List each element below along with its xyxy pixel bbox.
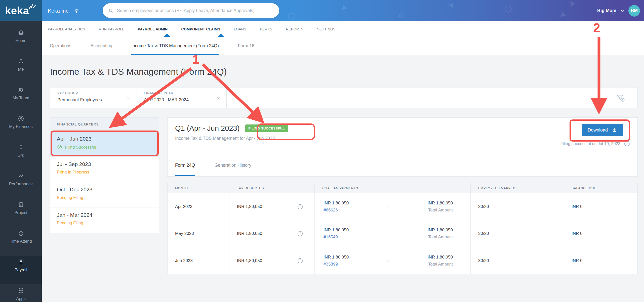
detail-tab-form-24q[interactable]: Form 24Q <box>175 154 195 176</box>
company-switcher[interactable]: Keka Inc. <box>48 8 79 14</box>
keka-logo[interactable]: keka <box>0 0 42 21</box>
tab-reports[interactable]: REPORTS <box>286 27 303 31</box>
challan-total-block: INR 1,80,050Total Amount <box>428 201 453 213</box>
filter-financial-year[interactable]: FINANCIAL YEARAPR 2023 - MAR 2024 <box>137 88 227 108</box>
module-tabs: PAYROLL ANALYTICSRUN PAYROLLPAYROLL ADMI… <box>42 21 644 37</box>
quarter-label: Oct - Dec 2023 <box>57 187 159 193</box>
quarter-item-apr-jun-2023[interactable]: Apr - Jun 2023Filing Successful <box>50 131 159 157</box>
tab-payroll-analytics[interactable]: PAYROLL ANALYTICS <box>48 27 85 31</box>
subtab-form-16[interactable]: Form 16 <box>238 37 254 55</box>
tab-payroll-admin[interactable]: PAYROLL ADMIN <box>138 27 168 31</box>
cell-month: Apr 2023 <box>168 193 229 220</box>
quarter-status: Pending Filing <box>57 195 159 200</box>
avatar[interactable]: BM <box>628 5 640 17</box>
total-amount: INR 1,80,050 <box>428 228 453 233</box>
table-body: Apr 2023INR 1,80,050INR 1,80,050#66626=I… <box>168 193 637 274</box>
total-amount: INR 1,80,050 <box>428 201 453 206</box>
equals-sign: = <box>387 258 389 263</box>
gear-icon[interactable] <box>74 8 79 14</box>
quarter-label: Jul - Sep 2023 <box>57 161 159 167</box>
download-button[interactable]: Download <box>582 124 623 136</box>
subtab-accounting[interactable]: Accounting <box>91 37 112 55</box>
subtab-income-tax-tds-management-form-24q[interactable]: Income Tax & TDS Management (Form 24Q) <box>131 37 219 55</box>
sidebar-item-my-finances[interactable]: My Finances <box>0 112 42 141</box>
quarter-item-jul-sep-2023[interactable]: Jul - Sep 2023Filing In Progress <box>50 157 159 182</box>
company-name: Keka Inc. <box>48 8 70 14</box>
tax-deducted-value: INR 1,80,050 <box>237 231 262 236</box>
challan-amount: INR 1,80,050 <box>324 255 349 260</box>
info-icon[interactable] <box>297 203 303 210</box>
topbar-doodle <box>449 1 456 8</box>
filter-bar: PAY GROUPPermenant EmployeesFINANCIAL YE… <box>50 87 638 108</box>
tab-settings[interactable]: SETTINGS <box>317 27 336 31</box>
sidebar-item-apps[interactable]: Apps <box>0 284 42 302</box>
logo-spark-icon <box>28 4 37 11</box>
cell-tax-deducted: INR 1,80,050 <box>229 247 315 274</box>
info-icon[interactable] <box>297 230 303 237</box>
quarter-item-jan-mar-2024[interactable]: Jan - Mar 2024Pending Filing <box>50 207 159 233</box>
quarter-item-oct-dec-2023[interactable]: Oct - Dec 2023Pending Filing <box>50 182 159 207</box>
subtab-operations[interactable]: Operations <box>50 37 71 55</box>
challan-link[interactable]: #66626 <box>324 208 349 213</box>
challan-link[interactable]: #16549 <box>324 235 349 240</box>
cell-employees-mapped: 30/20 <box>471 247 564 274</box>
challan-amount-block: INR 1,80,050#66626 <box>324 201 349 213</box>
cell-challan-payments: INR 1,80,050#66626=INR 1,80,050Total Amo… <box>315 193 471 220</box>
trend-icon <box>18 172 24 179</box>
challan-total-block: INR 1,80,050Total Amount <box>428 255 453 267</box>
search-input[interactable] <box>117 8 279 13</box>
challan-total-block: INR 1,80,050Total Amount <box>428 228 453 240</box>
sidebar-item-home[interactable]: Home <box>0 26 42 55</box>
sidebar-item-label: Home <box>15 38 26 43</box>
sidebar-item-my-team[interactable]: My Team <box>0 84 42 112</box>
filter-pay-group[interactable]: PAY GROUPPermenant Employees <box>50 88 137 108</box>
chevron-down-icon <box>127 96 131 100</box>
section-tabs: OperationsAccountingIncome Tax & TDS Man… <box>42 37 644 55</box>
sidebar-item-label: Org <box>17 153 24 158</box>
sidebar-item-org[interactable]: Org <box>0 141 42 170</box>
quarter-status: Filing Successful <box>57 144 159 150</box>
info-icon[interactable] <box>297 257 303 264</box>
topbar: Keka Inc. Big Mom BM <box>42 0 644 21</box>
sidebar-item-label: My Team <box>13 96 29 100</box>
detail-tab-generation-history[interactable]: Generation History <box>215 154 251 176</box>
quarter-detail-card: Q1 (Apr - Jun 2023) FILING SUCCESSFUL In… <box>167 117 638 177</box>
sidebar-item-time-attend[interactable]: Time Attend <box>0 227 42 256</box>
sidebar-item-performance[interactable]: Performance <box>0 170 42 198</box>
tax-deducted-value: INR 1,80,050 <box>237 204 262 209</box>
tab-component-claims[interactable]: COMPONENT CLAIMS <box>181 27 220 31</box>
quarter-label: Jan - Mar 2024 <box>57 212 159 218</box>
quarter-status-text: Filing Successful <box>65 145 96 150</box>
detail-tabs: Form 24QGeneration History <box>168 154 637 176</box>
user-menu[interactable]: Big Mom BM <box>597 0 640 21</box>
chevron-down-icon <box>620 9 624 13</box>
cell-challan-payments: INR 1,80,050#16549=INR 1,80,050Total Amo… <box>315 220 471 247</box>
history-icon[interactable] <box>623 140 631 147</box>
table-row: May 2023INR 1,80,050INR 1,80,050#16549=I… <box>168 220 637 247</box>
sidebar-item-payroll[interactable]: Payroll <box>0 256 42 284</box>
check-circle-icon <box>57 144 62 150</box>
challan-link[interactable]: #35899 <box>324 262 349 267</box>
filter-value: Permenant Employees <box>57 97 137 103</box>
filter-value: APR 2023 - MAR 2024 <box>144 97 226 103</box>
table-row: Jun 2023INR 1,80,050INR 1,80,050#35899=I… <box>168 247 637 274</box>
sidebar-item-label: My Finances <box>9 124 33 129</box>
cell-tax-deducted: INR 1,80,050 <box>229 193 315 220</box>
sidebar: keka HomeMeMy TeamMy FinancesOrgPerforma… <box>0 0 42 302</box>
clock-icon <box>18 230 24 237</box>
sidebar-item-project[interactable]: Project <box>0 198 42 227</box>
tab-loans[interactable]: LOANS <box>234 27 246 31</box>
cell-challan-payments: INR 1,80,050#35899=INR 1,80,050Total Amo… <box>315 247 471 274</box>
tab-perks[interactable]: PERKS <box>260 27 272 31</box>
sidebar-item-label: Apps <box>16 296 26 301</box>
topbar-doodle <box>341 4 347 10</box>
global-search <box>103 3 279 18</box>
topbar-doodle <box>559 12 566 17</box>
sidebar-nav: HomeMeMy TeamMy FinancesOrgPerformancePr… <box>0 21 42 302</box>
sidebar-item-label: Payroll <box>15 268 27 272</box>
clear-filter-icon[interactable] <box>616 93 625 103</box>
sidebar-item-me[interactable]: Me <box>0 55 42 84</box>
tab-run-payroll[interactable]: RUN PAYROLL <box>99 27 124 31</box>
user-icon <box>18 58 24 65</box>
cell-tax-deducted: INR 1,80,050 <box>229 220 315 247</box>
